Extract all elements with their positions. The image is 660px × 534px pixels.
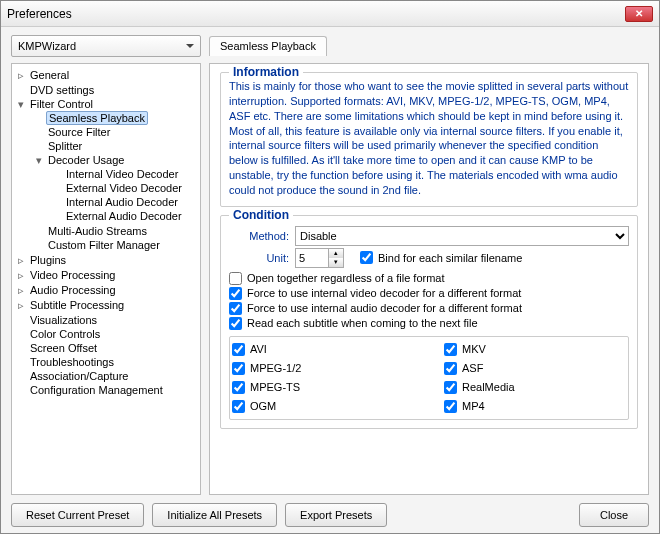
tree-panel[interactable]: ▹GeneralDVD settings▾Filter ControlSeaml… — [11, 63, 201, 495]
format-option[interactable]: OGM — [232, 400, 414, 413]
format-checkbox[interactable] — [232, 381, 245, 394]
option-checkbox[interactable] — [229, 272, 242, 285]
tree-item[interactable]: ▹Video Processing — [14, 268, 198, 283]
tree-item[interactable]: Seamless Playback — [32, 111, 198, 125]
format-option[interactable]: AVI — [232, 343, 414, 356]
condition-option[interactable]: Force to use internal audio decoder for … — [229, 302, 629, 315]
initialize-presets-button[interactable]: Initialize All Presets — [152, 503, 277, 527]
tree-item-label[interactable]: Troubleshootings — [28, 356, 116, 368]
tree-item-label[interactable]: Splitter — [46, 140, 84, 152]
tree-item-label[interactable]: Visualizations — [28, 314, 99, 326]
format-checkbox[interactable] — [232, 362, 245, 375]
option-label: Open together regardless of a file forma… — [247, 272, 445, 284]
expand-icon[interactable]: ▾ — [36, 154, 46, 167]
tree-item-label[interactable]: Decoder Usage — [46, 154, 126, 166]
format-option[interactable]: MKV — [444, 343, 626, 356]
format-option[interactable]: MP4 — [444, 400, 626, 413]
tree-item[interactable]: Screen Offset — [14, 341, 198, 355]
bind-filename-checkbox[interactable] — [360, 251, 373, 264]
option-checkbox[interactable] — [229, 317, 242, 330]
method-select[interactable]: Disable — [295, 226, 629, 246]
tree-item-label[interactable]: Audio Processing — [28, 284, 118, 296]
tree-item[interactable]: External Video Decoder — [50, 181, 198, 195]
tree-item[interactable]: Internal Audio Decoder — [50, 195, 198, 209]
tree-branch-icon: ▹ — [18, 254, 28, 267]
format-option[interactable]: MPEG-1/2 — [232, 362, 414, 375]
tree-item[interactable]: ▹Subtitle Processing — [14, 298, 198, 313]
format-checkbox[interactable] — [444, 400, 457, 413]
format-checkbox[interactable] — [444, 343, 457, 356]
tree-item[interactable]: Internal Video Decoder — [50, 167, 198, 181]
tree-item[interactable]: Splitter — [32, 139, 198, 153]
unit-label: Unit: — [229, 252, 289, 264]
format-option[interactable]: ASF — [444, 362, 626, 375]
tree-item[interactable]: DVD settings — [14, 83, 198, 97]
tree-item[interactable]: Color Controls — [14, 327, 198, 341]
tree-item[interactable]: ▹Plugins — [14, 253, 198, 268]
tree-item-label[interactable]: Multi-Audio Streams — [46, 225, 149, 237]
spin-down-icon[interactable]: ▾ — [329, 258, 343, 267]
condition-option[interactable]: Open together regardless of a file forma… — [229, 272, 629, 285]
info-title: Information — [229, 65, 303, 79]
bind-filename-check[interactable]: Bind for each similar filename — [360, 251, 522, 264]
tree-item-label[interactable]: Custom Filter Manager — [46, 239, 162, 251]
condition-option[interactable]: Read each subtitle when coming to the ne… — [229, 317, 629, 330]
unit-spinner[interactable]: ▴▾ — [295, 248, 344, 268]
tree-item[interactable]: Association/Capture — [14, 369, 198, 383]
format-option[interactable]: MPEG-TS — [232, 381, 414, 394]
spin-up-icon[interactable]: ▴ — [329, 249, 343, 258]
tree-item-label[interactable]: DVD settings — [28, 84, 96, 96]
expand-icon[interactable]: ▾ — [18, 98, 28, 111]
reset-preset-button[interactable]: Reset Current Preset — [11, 503, 144, 527]
format-checkbox[interactable] — [444, 381, 457, 394]
option-checkbox[interactable] — [229, 302, 242, 315]
tree-item[interactable]: External Audio Decoder — [50, 209, 198, 223]
tree-item[interactable]: ▾Decoder UsageInternal Video DecoderExte… — [32, 153, 198, 224]
tab-seamless-playback[interactable]: Seamless Playback — [209, 36, 327, 56]
preferences-window: Preferences ✕ KMPWizard Seamless Playbac… — [0, 0, 660, 534]
tree-item-label[interactable]: Configuration Management — [28, 384, 165, 396]
unit-input[interactable] — [295, 248, 329, 268]
tree-item-label[interactable]: Filter Control — [28, 98, 95, 110]
tree-item-label[interactable]: Internal Video Decoder — [64, 168, 180, 180]
close-button[interactable]: Close — [579, 503, 649, 527]
tree-item-label[interactable]: Internal Audio Decoder — [64, 196, 180, 208]
info-text: This is mainly for those who want to see… — [229, 79, 629, 198]
tree-item-label[interactable]: Plugins — [28, 254, 68, 266]
condition-group: Condition Method: Disable Unit: ▴▾ — [220, 215, 638, 429]
tree-item-label[interactable]: General — [28, 69, 71, 81]
tree-item-label[interactable]: Color Controls — [28, 328, 102, 340]
tree-item[interactable]: Troubleshootings — [14, 355, 198, 369]
tree-item[interactable]: Configuration Management — [14, 383, 198, 397]
tree-item-label[interactable]: Source Filter — [46, 126, 112, 138]
format-checkbox[interactable] — [232, 400, 245, 413]
tree-item[interactable]: Multi-Audio Streams — [32, 224, 198, 238]
tree-item-label[interactable]: Screen Offset — [28, 342, 99, 354]
tree-item-label[interactable]: External Audio Decoder — [64, 210, 184, 222]
tree-item-label[interactable]: Association/Capture — [28, 370, 130, 382]
tree-item[interactable]: ▾Filter ControlSeamless PlaybackSource F… — [14, 97, 198, 253]
method-row: Method: Disable — [229, 226, 629, 246]
spin-buttons[interactable]: ▴▾ — [329, 248, 344, 268]
tree-item[interactable]: Source Filter — [32, 125, 198, 139]
tabset: Information This is mainly for those who… — [209, 63, 649, 495]
preset-select[interactable]: KMPWizard — [11, 35, 201, 57]
format-option[interactable]: RealMedia — [444, 381, 626, 394]
format-label: MPEG-TS — [250, 381, 300, 393]
tree-item-label[interactable]: Video Processing — [28, 269, 117, 281]
tabset-header: Seamless Playback — [209, 35, 327, 55]
tree-item-label[interactable]: External Video Decoder — [64, 182, 184, 194]
tree-item-label[interactable]: Subtitle Processing — [28, 299, 126, 311]
tree-item[interactable]: Visualizations — [14, 313, 198, 327]
tree-item[interactable]: Custom Filter Manager — [32, 238, 198, 252]
format-checkbox[interactable] — [444, 362, 457, 375]
tree-item-label[interactable]: Seamless Playback — [46, 111, 148, 125]
format-checkbox[interactable] — [232, 343, 245, 356]
close-icon[interactable]: ✕ — [625, 6, 653, 22]
tree-item[interactable]: ▹General — [14, 68, 198, 83]
export-presets-button[interactable]: Export Presets — [285, 503, 387, 527]
condition-option[interactable]: Force to use internal video decoder for … — [229, 287, 629, 300]
tree-item[interactable]: ▹Audio Processing — [14, 283, 198, 298]
info-group: Information This is mainly for those who… — [220, 72, 638, 207]
option-checkbox[interactable] — [229, 287, 242, 300]
